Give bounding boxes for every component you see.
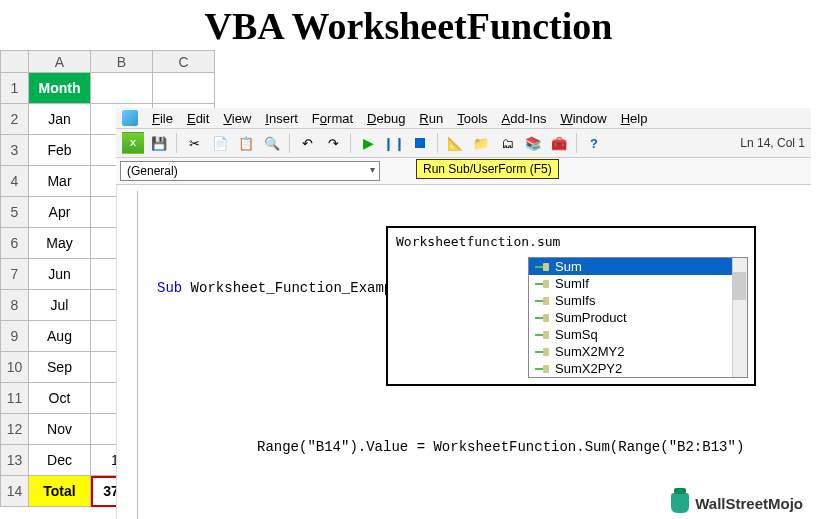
paste-icon[interactable]: 📋 <box>235 132 257 154</box>
row-header[interactable]: 9 <box>1 321 29 352</box>
row-header[interactable]: 11 <box>1 383 29 414</box>
break-icon[interactable]: ❙❙ <box>383 132 405 154</box>
toolbox-icon[interactable]: 🧰 <box>548 132 570 154</box>
row-header[interactable]: 3 <box>1 135 29 166</box>
cell[interactable]: Mar <box>29 166 91 197</box>
function-icon <box>535 262 549 272</box>
intellisense-item-selected[interactable]: Sum <box>529 258 747 275</box>
row-header[interactable]: 8 <box>1 290 29 321</box>
separator <box>437 133 438 153</box>
col-header[interactable]: B <box>91 51 153 73</box>
object-procedure-bar: (General) Run Sub/UserForm (F5) <box>116 158 811 185</box>
menu-edit[interactable]: Edit <box>187 111 209 126</box>
copy-icon[interactable]: 📄 <box>209 132 231 154</box>
cell[interactable]: Jun <box>29 259 91 290</box>
redo-icon[interactable]: ↷ <box>322 132 344 154</box>
cell[interactable]: Aug <box>29 321 91 352</box>
cell[interactable]: Apr <box>29 197 91 228</box>
function-icon <box>535 279 549 289</box>
menu-file[interactable]: File <box>152 111 173 126</box>
properties-icon[interactable]: 🗂 <box>496 132 518 154</box>
toolbar: X 💾 ✂ 📄 📋 🔍 ↶ ↷ ▶ ❙❙ 📐 📁 🗂 📚 🧰 ? Ln 14, … <box>116 129 811 158</box>
intellisense-popup: Worksheetfunction.sum Sum SumIf SumIfs S… <box>386 226 756 386</box>
cell[interactable]: Jan <box>29 104 91 135</box>
intellisense-item[interactable]: SumIfs <box>529 292 747 309</box>
col-header[interactable]: A <box>29 51 91 73</box>
cursor-position: Ln 14, Col 1 <box>740 136 805 150</box>
intellisense-list[interactable]: Sum SumIf SumIfs SumProduct SumSq SumX2M… <box>528 257 748 378</box>
wallstreetmojo-icon <box>671 493 689 513</box>
row-header[interactable]: 12 <box>1 414 29 445</box>
project-explorer-icon[interactable]: 📁 <box>470 132 492 154</box>
intellisense-item[interactable]: SumSq <box>529 326 747 343</box>
object-browser-icon[interactable]: 📚 <box>522 132 544 154</box>
cell[interactable]: May <box>29 228 91 259</box>
menu-tools[interactable]: Tools <box>457 111 487 126</box>
save-icon[interactable]: 💾 <box>148 132 170 154</box>
corner-cell <box>1 51 29 73</box>
excel-icon[interactable]: X <box>122 132 144 154</box>
intellisense-item[interactable]: SumProduct <box>529 309 747 326</box>
separator <box>289 133 290 153</box>
cell[interactable]: Oct <box>29 383 91 414</box>
cell[interactable]: Sep <box>29 352 91 383</box>
watermark: WallStreetMojo <box>671 493 803 513</box>
separator <box>350 133 351 153</box>
intellisense-item[interactable]: SumX2MY2 <box>529 343 747 360</box>
menu-debug[interactable]: Debug <box>367 111 405 126</box>
cell[interactable]: Feb <box>29 135 91 166</box>
object-dropdown[interactable]: (General) <box>120 161 380 181</box>
intellisense-item[interactable]: SumIf <box>529 275 747 292</box>
intellisense-item[interactable]: SumX2PY2 <box>529 360 747 377</box>
code-line: Range("B14").Value = WorksheetFunction.S… <box>157 434 807 461</box>
menu-help[interactable]: Help <box>621 111 648 126</box>
separator <box>176 133 177 153</box>
row-header[interactable]: 1 <box>1 73 29 104</box>
row-header[interactable]: 13 <box>1 445 29 476</box>
menu-addins[interactable]: Add-Ins <box>502 111 547 126</box>
row-header[interactable]: 5 <box>1 197 29 228</box>
find-icon[interactable]: 🔍 <box>261 132 283 154</box>
menu-view[interactable]: View <box>223 111 251 126</box>
row-header[interactable]: 6 <box>1 228 29 259</box>
reset-icon[interactable] <box>409 132 431 154</box>
cut-icon[interactable]: ✂ <box>183 132 205 154</box>
function-icon <box>535 347 549 357</box>
function-icon <box>535 313 549 323</box>
function-icon <box>535 364 549 374</box>
margin-line <box>137 191 138 519</box>
help-icon[interactable]: ? <box>583 132 605 154</box>
cell[interactable]: Dec <box>29 445 91 476</box>
vba-app-icon <box>122 110 138 126</box>
run-tooltip: Run Sub/UserForm (F5) <box>416 159 559 179</box>
menu-window[interactable]: Window <box>560 111 606 126</box>
cell[interactable] <box>153 73 215 104</box>
menu-format[interactable]: Format <box>312 111 353 126</box>
cell[interactable]: Nov <box>29 414 91 445</box>
cell[interactable]: Jul <box>29 290 91 321</box>
function-icon <box>535 296 549 306</box>
intellisense-typed-text: Worksheetfunction.sum <box>388 228 754 257</box>
page-title: VBA WorksheetFunction <box>0 0 817 50</box>
scrollbar[interactable] <box>732 258 747 377</box>
row-header[interactable]: 14 <box>1 476 29 507</box>
menu-bar: File Edit View Insert Format Debug Run T… <box>116 108 811 129</box>
function-icon <box>535 330 549 340</box>
keyword-sub: Sub <box>157 280 182 296</box>
code-line: Range("C14").Value = WorksheetFunction.S… <box>157 514 807 519</box>
cell-total-label[interactable]: Total <box>29 476 91 507</box>
row-header[interactable]: 10 <box>1 352 29 383</box>
menu-insert[interactable]: Insert <box>265 111 298 126</box>
row-header[interactable]: 4 <box>1 166 29 197</box>
design-mode-icon[interactable]: 📐 <box>444 132 466 154</box>
menu-run[interactable]: Run <box>419 111 443 126</box>
cell-header-month[interactable]: Month <box>29 73 91 104</box>
undo-icon[interactable]: ↶ <box>296 132 318 154</box>
separator <box>576 133 577 153</box>
col-header[interactable]: C <box>153 51 215 73</box>
cell[interactable] <box>91 73 153 104</box>
scrollbar-thumb[interactable] <box>733 272 746 300</box>
row-header[interactable]: 2 <box>1 104 29 135</box>
run-icon[interactable]: ▶ <box>357 132 379 154</box>
row-header[interactable]: 7 <box>1 259 29 290</box>
